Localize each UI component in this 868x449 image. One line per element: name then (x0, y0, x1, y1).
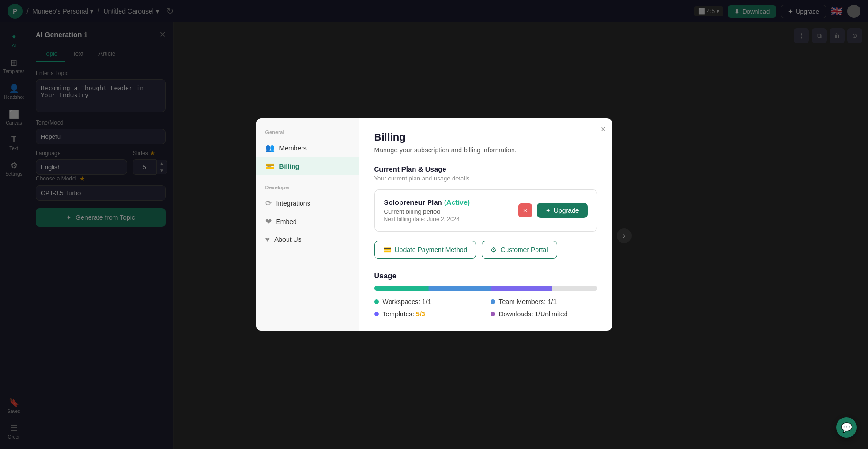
usage-team-members: Team Members: 1/1 (491, 298, 597, 306)
plan-next-date: Next billing date: June 2, 2024 (384, 216, 470, 223)
modal-subtitle: Manage your subscription and billing inf… (374, 146, 597, 154)
usage-grid: Workspaces: 1/1 Team Members: 1/1 Templa… (374, 298, 597, 318)
portal-icon: ⚙ (491, 246, 497, 254)
embed-menu-item[interactable]: ❤ Embed (256, 212, 359, 231)
usage-downloads: Downloads: 1/Unlimited (491, 310, 597, 318)
integrations-menu-item[interactable]: ⟳ Integrations (256, 194, 359, 212)
about-icon: ♥ (265, 235, 270, 244)
customer-portal-button[interactable]: ⚙ Customer Portal (482, 241, 557, 259)
chat-button[interactable]: 💬 (836, 417, 857, 438)
usage-heading: Usage (374, 272, 597, 280)
action-buttons: 💳 Update Payment Method ⚙ Customer Porta… (374, 241, 597, 259)
chat-icon: 💬 (841, 422, 853, 433)
modal-close-button[interactable]: × (601, 125, 606, 135)
modal-sidebar: General 👥 Members 💳 Billing Developer ⟳ … (256, 118, 359, 331)
plan-name: Solopreneur Plan (Active) (384, 198, 470, 206)
usage-bar-container (374, 286, 597, 291)
plan-info: Solopreneur Plan (Active) Current billin… (384, 198, 470, 223)
usage-templates: Templates: 5/3 (374, 310, 481, 318)
modal-title: Billing (374, 131, 597, 143)
billing-icon: 💳 (265, 162, 275, 171)
plan-section-desc: Your current plan and usage details. (374, 175, 597, 182)
upgrade-plan-button[interactable]: ✦ Upgrade (537, 203, 588, 218)
members-icon: 👥 (265, 143, 275, 152)
plan-actions: × ✦ Upgrade (518, 203, 588, 218)
billing-menu-item[interactable]: 💳 Billing (256, 157, 359, 175)
workspaces-dot (374, 299, 379, 304)
plan-section-heading: Current Plan & Usage (374, 165, 597, 173)
downloads-dot (491, 312, 495, 316)
integrations-icon: ⟳ (265, 199, 272, 208)
developer-section: Developer ⟳ Integrations ❤ Embed ♥ About… (256, 183, 359, 248)
about-menu-item[interactable]: ♥ About Us (256, 231, 359, 248)
general-section-label: General (256, 127, 359, 139)
developer-section-label: Developer (256, 183, 359, 194)
modal-content: × Billing Manage your subscription and b… (359, 118, 612, 331)
templates-dot (374, 312, 379, 316)
usage-bar (374, 286, 553, 291)
upgrade-plan-icon: ✦ (545, 207, 551, 214)
cancel-plan-button[interactable]: × (518, 203, 532, 217)
update-payment-button[interactable]: 💳 Update Payment Method (374, 241, 476, 259)
embed-icon: ❤ (265, 217, 272, 226)
team-members-dot (491, 299, 495, 304)
usage-workspaces: Workspaces: 1/1 (374, 298, 481, 306)
members-menu-item[interactable]: 👥 Members (256, 139, 359, 157)
plan-billing-period: Current billing period (384, 208, 470, 215)
plan-card: Solopreneur Plan (Active) Current billin… (374, 189, 597, 232)
billing-modal: General 👥 Members 💳 Billing Developer ⟳ … (256, 118, 612, 331)
payment-icon: 💳 (383, 246, 391, 254)
modal-overlay[interactable]: General 👥 Members 💳 Billing Developer ⟳ … (0, 0, 868, 449)
